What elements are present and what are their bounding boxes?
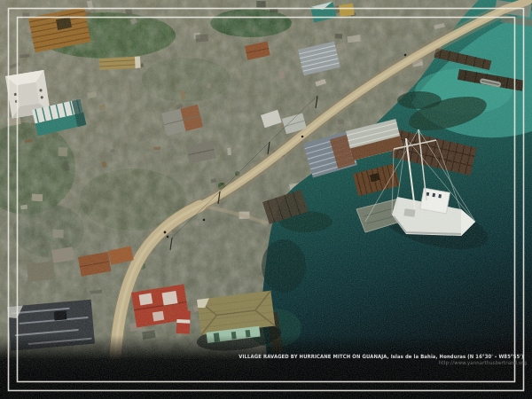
caption-title: VILLAGE RAVAGED BY HURRICANE MITCH ON GU…: [239, 353, 527, 359]
hurricane-aerial-photo: VILLAGE RAVAGED BY HURRICANE MITCH ON GU…: [0, 0, 532, 399]
caption: VILLAGE RAVAGED BY HURRICANE MITCH ON GU…: [239, 353, 527, 365]
photo-scene: [0, 0, 532, 399]
film-grain: [0, 0, 532, 399]
caption-credit-url: http://www.yannarthusbertrand.org: [239, 359, 527, 365]
